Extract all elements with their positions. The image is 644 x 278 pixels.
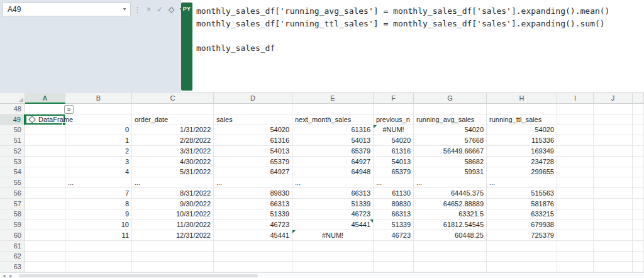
cell-B63[interactable] xyxy=(65,262,132,272)
cell-D50[interactable]: 54020 xyxy=(214,125,292,136)
cell-G56[interactable]: 64445.375 xyxy=(414,188,487,199)
cell-G55[interactable]: ... xyxy=(414,177,487,188)
cell-C63[interactable] xyxy=(132,262,214,272)
cell-D59[interactable]: 46723 xyxy=(214,220,292,230)
cell-H63[interactable] xyxy=(487,262,557,272)
cell-G63[interactable] xyxy=(414,262,487,272)
cell-I56[interactable] xyxy=(557,188,594,199)
cell-I59[interactable] xyxy=(557,220,594,230)
cell-H51[interactable]: 115336 xyxy=(487,135,557,146)
row-header-53[interactable]: 53 xyxy=(0,157,25,167)
column-header-F[interactable]: F xyxy=(374,93,414,104)
cell-E57[interactable]: 51339 xyxy=(292,199,374,209)
cell-A63[interactable] xyxy=(25,262,65,272)
scroll-left-icon[interactable]: ◄ xyxy=(2,274,6,278)
cell-I52[interactable] xyxy=(557,146,594,157)
cell-I57[interactable] xyxy=(557,199,594,209)
cell-D51[interactable]: 61316 xyxy=(214,135,292,146)
cell-I60[interactable] xyxy=(557,230,594,241)
cell-C61[interactable] xyxy=(132,241,214,252)
cell-F52[interactable]: 61316 xyxy=(374,146,414,157)
cell-A58[interactable] xyxy=(25,209,65,220)
cell-A62[interactable] xyxy=(25,252,65,262)
cell-B55[interactable]: ... xyxy=(65,177,132,188)
cell-J61[interactable] xyxy=(594,241,633,252)
cell-B51[interactable]: 1 xyxy=(65,135,132,146)
cell-H57[interactable]: 581876 xyxy=(487,199,557,209)
cell-H62[interactable] xyxy=(487,252,557,262)
cell-F51[interactable]: 54020 xyxy=(374,135,414,146)
row-header-61[interactable]: 61 xyxy=(0,241,25,252)
cell-A61[interactable] xyxy=(25,241,65,252)
cell-C51[interactable]: 2/28/2022 xyxy=(132,135,214,146)
cell-G59[interactable]: 61812.54545 xyxy=(414,220,487,230)
cell-B52[interactable]: 2 xyxy=(65,146,132,157)
cell-C50[interactable]: 1/31/2022 xyxy=(132,125,214,136)
cell-E51[interactable]: 54013 xyxy=(292,135,374,146)
cell-D61[interactable] xyxy=(214,241,292,252)
cell-I61[interactable] xyxy=(557,241,594,252)
column-header-B[interactable]: B xyxy=(65,93,132,104)
row-header-51[interactable]: 51 xyxy=(0,135,25,146)
cell-D55[interactable]: ... xyxy=(214,177,292,188)
row-header-59[interactable]: 59 xyxy=(0,220,25,230)
select-all-corner[interactable] xyxy=(0,93,25,104)
cell-D49[interactable]: sales xyxy=(214,114,292,125)
cell-G58[interactable]: 63321.5 xyxy=(414,209,487,220)
chevron-down-icon[interactable]: ▾ xyxy=(123,7,126,12)
cell-E55[interactable]: ... xyxy=(292,177,374,188)
cell-H48[interactable] xyxy=(487,104,557,114)
cell-F49[interactable]: previous_n xyxy=(374,114,414,125)
cell-G48[interactable] xyxy=(414,104,487,114)
cell-B60[interactable]: 11 xyxy=(65,230,132,241)
cell-I48[interactable] xyxy=(557,104,594,114)
cell-D57[interactable]: 66313 xyxy=(214,199,292,209)
cell-I63[interactable] xyxy=(557,262,594,272)
row-header-62[interactable]: 62 xyxy=(0,252,25,262)
cell-B56[interactable]: 7 xyxy=(65,188,132,199)
cell-E56[interactable]: 66313 xyxy=(292,188,374,199)
cell-C53[interactable]: 4/30/2022 xyxy=(132,157,214,167)
cell-J56[interactable] xyxy=(594,188,633,199)
cell-I53[interactable] xyxy=(557,157,594,167)
cell-C60[interactable]: 12/31/2022 xyxy=(132,230,214,241)
cell-E63[interactable] xyxy=(292,262,374,272)
enter-icon[interactable]: ✓ xyxy=(157,6,163,13)
cell-D62[interactable] xyxy=(214,252,292,262)
cell-H52[interactable]: 169349 xyxy=(487,146,557,157)
cell-J59[interactable] xyxy=(594,220,633,230)
cell-C62[interactable] xyxy=(132,252,214,262)
cell-F61[interactable] xyxy=(374,241,414,252)
cell-J53[interactable] xyxy=(594,157,633,167)
cell-H60[interactable]: 725379 xyxy=(487,230,557,241)
cell-B62[interactable] xyxy=(65,252,132,262)
cell-F59[interactable]: 51339 xyxy=(374,220,414,230)
cell-G60[interactable]: 60448.25 xyxy=(414,230,487,241)
row-header-52[interactable]: 52 xyxy=(0,146,25,157)
cell-E59[interactable]: 45441 xyxy=(292,220,374,230)
cell-C49[interactable]: order_date xyxy=(132,114,214,125)
cell-D58[interactable]: 51339 xyxy=(214,209,292,220)
row-header-49[interactable]: 49 xyxy=(0,114,25,125)
cell-G50[interactable]: 54020 xyxy=(414,125,487,136)
cell-H61[interactable] xyxy=(487,241,557,252)
cell-E49[interactable]: next_month_sales xyxy=(292,114,374,125)
cell-C58[interactable]: 10/31/2022 xyxy=(132,209,214,220)
column-header-G[interactable]: G xyxy=(414,93,487,104)
cell-E60[interactable]: #NUM! xyxy=(292,230,374,241)
cell-A53[interactable] xyxy=(25,157,65,167)
cell-G62[interactable] xyxy=(414,252,487,262)
cell-A49[interactable]: DataFrame xyxy=(25,114,65,125)
cell-E48[interactable] xyxy=(292,104,374,114)
cell-C48[interactable] xyxy=(132,104,214,114)
cell-J55[interactable] xyxy=(594,177,633,188)
cell-H56[interactable]: 515563 xyxy=(487,188,557,199)
cell-F56[interactable]: 61130 xyxy=(374,188,414,199)
cell-A59[interactable] xyxy=(25,220,65,230)
cell-B57[interactable]: 8 xyxy=(65,199,132,209)
cell-F48[interactable] xyxy=(374,104,414,114)
cell-F62[interactable] xyxy=(374,252,414,262)
cell-J60[interactable] xyxy=(594,230,633,241)
cell-I62[interactable] xyxy=(557,252,594,262)
cell-J49[interactable] xyxy=(594,114,633,125)
